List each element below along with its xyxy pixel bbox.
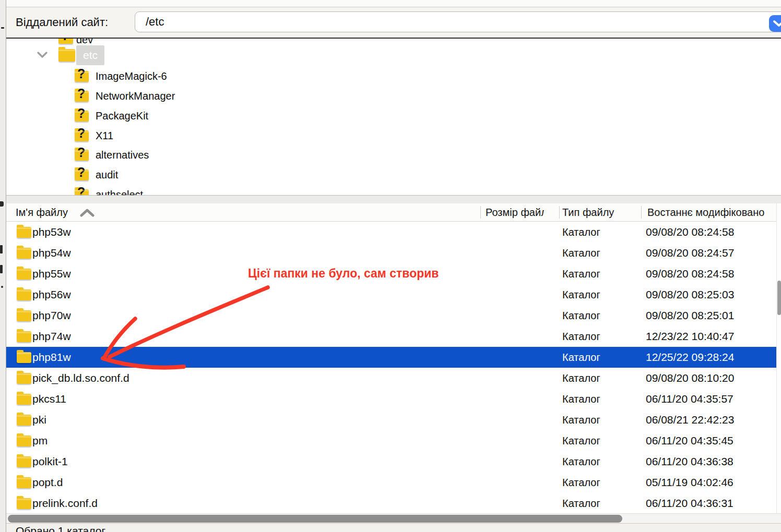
column-header-modified[interactable]: Востаннє модифіковано xyxy=(647,203,776,221)
table-row[interactable]: pki Каталог 06/08/21 22:42:23 xyxy=(6,409,776,430)
file-name: php56w xyxy=(32,284,71,305)
file-modified: 12/23/22 10:40:47 xyxy=(646,326,776,347)
horizontal-scrollbar-thumb[interactable] xyxy=(8,515,622,523)
folder-question-icon: ? xyxy=(58,39,73,44)
folder-icon xyxy=(17,248,31,259)
clipped-glyph-fragment xyxy=(0,265,3,273)
file-name: popt.d xyxy=(32,472,63,493)
folder-question-icon: ? xyxy=(75,130,89,141)
file-list: php53w Каталог 09/08/20 08:24:58 php54w … xyxy=(6,222,776,514)
tree-item-label: NetworkManager xyxy=(96,86,175,106)
file-modified: 09/08/20 08:10:20 xyxy=(646,368,776,389)
clipped-glyph-fragment xyxy=(1,27,4,29)
folder-question-icon: ? xyxy=(75,71,89,82)
status-text: Обрано 1 каталог xyxy=(16,525,105,532)
tree-selected-label: etc xyxy=(76,45,104,65)
sort-ascending-icon xyxy=(79,209,95,217)
tree-item[interactable]: ? X11 xyxy=(6,126,781,146)
tree-item[interactable]: ? alternatives xyxy=(6,145,781,165)
file-name: pkcs11 xyxy=(32,389,66,409)
folder-question-icon: ? xyxy=(75,170,89,180)
table-row-selected[interactable]: php81w Каталог 12/25/22 09:28:24 xyxy=(6,347,776,368)
table-row[interactable]: php56w Каталог 09/08/20 08:25:03 xyxy=(6,284,776,305)
tree-item[interactable]: ? PackageKit xyxy=(6,106,781,126)
file-type: Каталог xyxy=(562,347,600,368)
file-modified: 06/11/20 04:35:57 xyxy=(646,389,776,409)
file-type: Каталог xyxy=(562,368,600,389)
column-header-name[interactable]: Ім'я файлу xyxy=(16,203,68,221)
table-row[interactable]: php74w Каталог 12/23/22 10:40:47 xyxy=(6,326,776,347)
file-type: Каталог xyxy=(562,326,600,347)
table-row[interactable]: php54w Каталог 09/08/20 08:24:57 xyxy=(6,243,776,263)
pane-splitter[interactable] xyxy=(6,195,781,204)
file-name: polkit-1 xyxy=(32,451,68,472)
top-toolbar-edge xyxy=(0,0,781,7)
remote-site-input[interactable] xyxy=(135,11,781,32)
clipped-glyph-fragment xyxy=(1,286,3,288)
folder-icon xyxy=(17,331,31,342)
folder-question-icon: ? xyxy=(75,111,89,122)
column-separator[interactable] xyxy=(480,206,481,219)
table-row[interactable]: pkcs11 Каталог 06/11/20 04:35:57 xyxy=(6,389,776,409)
table-row[interactable]: pick_db.ld.so.conf.d Каталог 09/08/20 08… xyxy=(6,368,776,389)
horizontal-scrollbar[interactable] xyxy=(6,513,781,524)
file-type: Каталог xyxy=(562,222,600,243)
column-separator[interactable] xyxy=(641,206,642,219)
table-row[interactable]: pm Каталог 06/11/20 04:35:45 xyxy=(6,430,776,451)
folder-question-icon: ? xyxy=(75,189,89,195)
folder-icon xyxy=(17,436,31,446)
tree-item-label: X11 xyxy=(96,126,113,146)
folder-icon xyxy=(17,394,31,405)
tree-item[interactable]: ? ImageMagick-6 xyxy=(6,66,781,86)
clipped-glyph-fragment xyxy=(0,245,3,253)
file-name: pick_db.ld.so.conf.d xyxy=(32,368,129,389)
folder-icon xyxy=(17,456,31,467)
file-type: Каталог xyxy=(562,284,600,305)
file-name: php54w xyxy=(32,243,71,263)
vertical-scrollbar[interactable] xyxy=(776,203,781,513)
chevron-down-icon xyxy=(773,20,781,27)
tree-item-label: alternatives xyxy=(96,145,149,165)
file-modified: 06/08/21 22:42:23 xyxy=(646,409,776,430)
remote-site-label: Віддалений сайт: xyxy=(16,7,108,38)
tree-item[interactable]: ? audit xyxy=(6,165,781,185)
table-row[interactable]: php70w Каталог 09/08/20 08:25:01 xyxy=(6,305,776,326)
status-bar: Обрано 1 каталог xyxy=(6,524,781,532)
tree-item[interactable]: ? authselect xyxy=(6,185,781,195)
table-row[interactable]: php53w Каталог 09/08/20 08:24:58 xyxy=(6,222,776,243)
folder-icon xyxy=(17,373,31,384)
file-modified: 09/08/20 08:24:58 xyxy=(646,222,776,243)
clipped-glyph-fragment xyxy=(0,201,4,207)
folder-icon xyxy=(17,310,31,321)
tree-item-label: audit xyxy=(96,165,118,185)
file-type: Каталог xyxy=(562,430,600,451)
pane-divider xyxy=(6,38,781,39)
folder-icon xyxy=(17,289,31,300)
file-type: Каталог xyxy=(562,472,600,493)
table-row[interactable]: prelink.conf.d Каталог 06/11/20 04:36:31 xyxy=(6,493,776,514)
remote-site-dropdown-button[interactable] xyxy=(769,15,781,32)
remote-site-bar: Віддалений сайт: xyxy=(6,7,781,38)
folder-icon xyxy=(17,227,31,238)
remote-directory-tree[interactable]: ? dev etc ? ImageMagick-6 ? NetworkManag… xyxy=(6,39,781,195)
folder-icon xyxy=(17,352,31,363)
table-row[interactable]: polkit-1 Каталог 06/11/20 04:36:38 xyxy=(6,451,776,472)
column-header-size[interactable]: Розмір файлу xyxy=(486,203,544,221)
file-modified: 05/11/19 04:02:46 xyxy=(646,472,776,493)
vertical-scrollbar-thumb[interactable] xyxy=(777,281,781,315)
file-list-header: Ім'я файлу Розмір файлу Тип файлу Востан… xyxy=(6,203,776,222)
tree-expander-icon[interactable] xyxy=(37,51,48,58)
file-name: prelink.conf.d xyxy=(32,493,98,514)
table-row[interactable]: popt.d Каталог 05/11/19 04:02:46 xyxy=(6,472,776,493)
file-modified: 12/25/22 09:28:24 xyxy=(646,347,776,368)
file-modified: 09/08/20 08:24:58 xyxy=(646,263,776,284)
tree-item-etc[interactable]: etc xyxy=(6,45,781,65)
column-separator[interactable] xyxy=(559,206,560,219)
file-name: php55w xyxy=(32,263,71,284)
folder-open-icon xyxy=(58,49,75,62)
file-type: Каталог xyxy=(562,451,600,472)
folder-icon xyxy=(17,498,31,509)
file-type: Каталог xyxy=(562,409,600,430)
column-header-type[interactable]: Тип файлу xyxy=(562,203,614,221)
tree-item[interactable]: ? NetworkManager xyxy=(6,86,781,106)
